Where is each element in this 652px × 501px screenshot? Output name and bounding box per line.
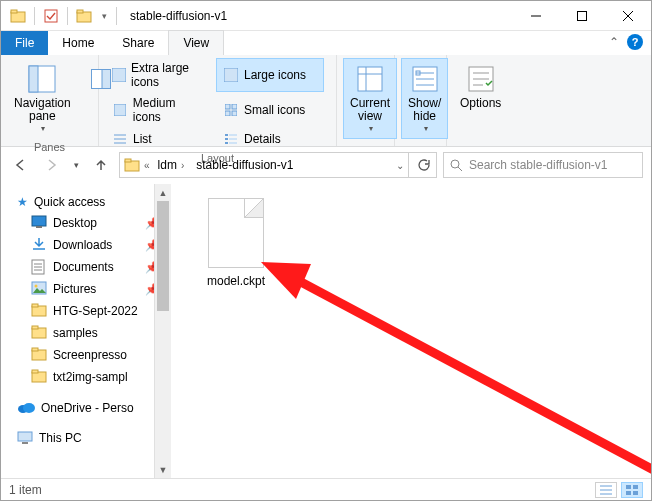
- ribbon-tabs: File Home Share View ⌃ ?: [1, 31, 651, 55]
- tab-view[interactable]: View: [168, 30, 224, 55]
- folder-icon: [31, 347, 47, 363]
- collapse-ribbon-icon[interactable]: ⌃: [609, 35, 619, 49]
- view-details-button[interactable]: [595, 482, 617, 498]
- onedrive-icon: [17, 402, 35, 414]
- layout-large[interactable]: Large icons: [216, 58, 324, 92]
- downloads-icon: [31, 237, 47, 253]
- qat-properties-icon[interactable]: [40, 5, 62, 27]
- svg-rect-26: [229, 138, 237, 140]
- tab-file[interactable]: File: [1, 31, 48, 55]
- layout-extra-large[interactable]: Extra large icons: [105, 58, 213, 92]
- tab-share[interactable]: Share: [108, 31, 168, 55]
- svg-rect-18: [225, 111, 230, 116]
- svg-rect-16: [225, 104, 230, 109]
- scroll-down-icon[interactable]: ▼: [155, 461, 171, 478]
- svg-rect-29: [358, 67, 382, 91]
- up-button[interactable]: [89, 153, 113, 177]
- file-icon: [208, 198, 264, 268]
- scroll-up-icon[interactable]: ▲: [155, 184, 171, 201]
- layout-medium[interactable]: Medium icons: [105, 93, 213, 127]
- xl-icons-icon: [112, 67, 126, 83]
- sidebar-item-pictures[interactable]: Pictures📌: [13, 278, 171, 300]
- back-button[interactable]: [9, 153, 33, 177]
- small-icons-icon: [223, 102, 239, 118]
- qat-dropdown-icon[interactable]: ▾: [97, 5, 111, 27]
- star-icon: ★: [17, 195, 28, 209]
- chevron-right-icon[interactable]: «: [144, 160, 150, 171]
- svg-rect-14: [224, 68, 238, 82]
- layout-list[interactable]: List: [105, 128, 213, 150]
- options-button[interactable]: Options: [453, 58, 508, 115]
- navigation-tree: ★ Quick access Desktop📌 Downloads📌 Docum…: [1, 184, 171, 478]
- layout-small[interactable]: Small icons: [216, 93, 324, 127]
- svg-rect-13: [112, 68, 126, 82]
- window-title: stable-diffusion-v1: [120, 9, 227, 23]
- sidebar-item-folder[interactable]: HTG-Sept-2022: [13, 300, 171, 322]
- show-hide-icon: [409, 63, 441, 95]
- svg-rect-27: [225, 142, 228, 144]
- folder-app-icon-2: [73, 5, 95, 27]
- minimize-button[interactable]: [513, 1, 559, 31]
- sidebar-scrollbar[interactable]: ▲ ▼: [154, 184, 171, 478]
- svg-rect-39: [32, 216, 46, 226]
- sidebar-item-folder[interactable]: samples: [13, 322, 171, 344]
- sidebar-item-folder[interactable]: Screenpresso: [13, 344, 171, 366]
- breadcrumb-segment[interactable]: ldm›: [154, 156, 189, 174]
- sidebar-item-downloads[interactable]: Downloads📌: [13, 234, 171, 256]
- layout-details[interactable]: Details: [216, 128, 324, 150]
- scroll-thumb[interactable]: [157, 201, 169, 311]
- view-large-icons-button[interactable]: [621, 482, 643, 498]
- svg-rect-17: [232, 104, 237, 109]
- help-icon[interactable]: ?: [627, 34, 643, 50]
- title-bar: ▾ stable-diffusion-v1: [1, 1, 651, 31]
- svg-point-57: [23, 403, 35, 413]
- sidebar-item-folder[interactable]: txt2img-sampl: [13, 366, 171, 388]
- address-dropdown-icon[interactable]: ⌄: [396, 160, 404, 171]
- file-list[interactable]: model.ckpt: [171, 184, 651, 478]
- search-input[interactable]: [469, 158, 636, 172]
- svg-rect-59: [22, 442, 28, 444]
- sidebar-item-documents[interactable]: Documents📌: [13, 256, 171, 278]
- options-icon: [465, 63, 497, 95]
- pictures-icon: [31, 281, 47, 297]
- navigation-pane-label: Navigation pane: [14, 97, 71, 123]
- address-bar[interactable]: « ldm› stable-diffusion-v1 ⌄: [119, 152, 409, 178]
- svg-rect-23: [225, 134, 228, 136]
- nav-row: ▾ « ldm› stable-diffusion-v1 ⌄: [1, 147, 651, 183]
- history-dropdown[interactable]: ▾: [69, 153, 83, 177]
- folder-icon: [31, 369, 47, 385]
- documents-icon: [31, 259, 47, 275]
- svg-rect-40: [36, 226, 42, 228]
- svg-line-60: [286, 274, 652, 474]
- current-view-button[interactable]: Current view▾: [343, 58, 397, 139]
- refresh-button[interactable]: [409, 152, 437, 178]
- sidebar-onedrive[interactable]: OneDrive - Perso: [13, 398, 171, 418]
- current-view-icon: [354, 63, 386, 95]
- file-name: model.ckpt: [207, 274, 265, 288]
- breadcrumb-segment[interactable]: stable-diffusion-v1: [192, 156, 297, 174]
- desktop-icon: [31, 215, 47, 231]
- svg-rect-53: [32, 348, 38, 351]
- search-icon: [450, 159, 463, 172]
- medium-icons-icon: [112, 102, 128, 118]
- forward-button[interactable]: [39, 153, 63, 177]
- svg-rect-49: [32, 304, 38, 307]
- address-folder-icon: [124, 157, 140, 173]
- svg-rect-15: [114, 104, 126, 116]
- sidebar-quick-access[interactable]: ★ Quick access: [13, 192, 171, 212]
- svg-rect-24: [229, 134, 237, 136]
- svg-rect-66: [633, 485, 638, 489]
- svg-rect-51: [32, 326, 38, 329]
- file-item[interactable]: model.ckpt: [191, 198, 281, 288]
- sidebar-this-pc[interactable]: This PC: [13, 428, 171, 448]
- annotation-arrow: [251, 254, 652, 484]
- close-button[interactable]: [605, 1, 651, 31]
- sidebar-item-desktop[interactable]: Desktop📌: [13, 212, 171, 234]
- navigation-pane-button[interactable]: Navigation pane ▾: [7, 58, 78, 139]
- search-box[interactable]: [443, 152, 643, 178]
- svg-point-47: [35, 285, 38, 288]
- details-icon: [223, 131, 239, 147]
- maximize-button[interactable]: [559, 1, 605, 31]
- show-hide-button[interactable]: Show/ hide▾: [401, 58, 448, 139]
- tab-home[interactable]: Home: [48, 31, 108, 55]
